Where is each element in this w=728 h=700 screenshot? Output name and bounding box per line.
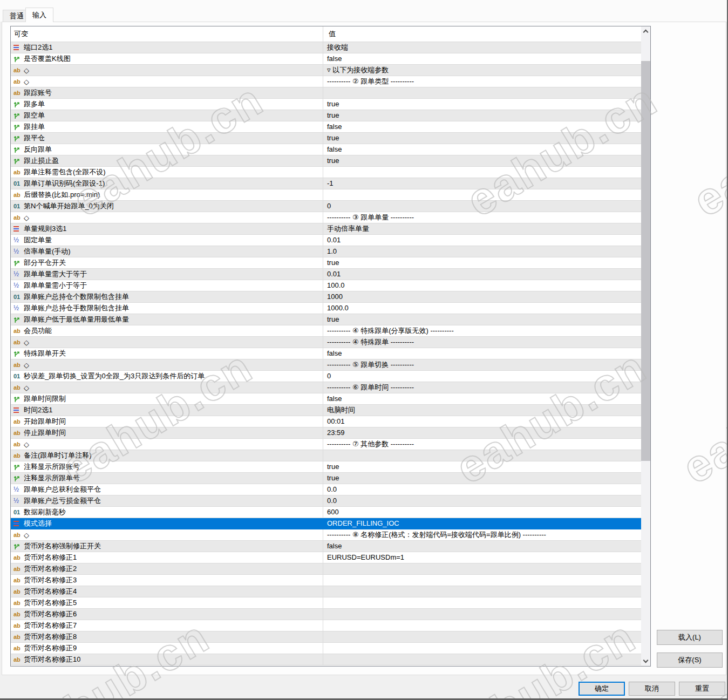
parameter-row[interactable]: 时间2选1 电脑时间 [11, 405, 641, 416]
parameter-row[interactable]: 01 秒误差_跟单切换_设置为0全跟_为3只跟达到条件后的订单 0 [11, 371, 641, 382]
parameter-row[interactable]: ab 货币对名称修正1 EURUSD=EURUSDm=1 [11, 552, 641, 563]
parameter-value[interactable]: 1000 [323, 291, 641, 302]
parameter-row[interactable]: ab 会员功能 ---------- ④ 特殊跟单(分享版无效) -------… [11, 325, 641, 337]
parameter-row[interactable]: 货币对名称强制修正开关 false [11, 541, 641, 552]
parameter-row[interactable]: 01 第N个喊单开始跟单_0为关闭 0 [11, 201, 641, 212]
parameter-value[interactable]: 1.0 [323, 246, 641, 257]
parameter-value[interactable]: ---------- ② 跟单类型 ---------- [323, 76, 641, 87]
parameter-value[interactable]: true [323, 155, 641, 166]
parameter-value[interactable] [323, 450, 641, 461]
parameter-row[interactable]: 跟止损止盈 true [11, 155, 641, 167]
parameter-row[interactable]: 跟挂单 false [11, 121, 641, 133]
parameter-row-selected[interactable]: 模式选择 ORDER_FILLING_IOC [11, 518, 641, 529]
parameter-row[interactable]: 部分平仓开关 true [11, 257, 641, 269]
parameter-value[interactable]: 100.0 [323, 280, 641, 291]
parameter-row[interactable]: ½ 固定单量 0.01 [11, 235, 641, 246]
parameter-value[interactable] [323, 643, 641, 654]
parameter-row[interactable]: ab 货币对名称修正10 [11, 654, 641, 665]
parameter-row[interactable]: ab ◇ ---------- ② 跟单类型 ---------- [11, 76, 641, 87]
parameter-value[interactable]: 600 [323, 507, 641, 518]
parameter-value[interactable] [323, 597, 641, 608]
parameter-row[interactable]: ab 跟单注释需包含(全跟不设) [11, 167, 641, 178]
parameter-row[interactable]: ½ 跟单账户总持仓手数限制包含挂单 1000.0 [11, 303, 641, 314]
parameter-value[interactable] [323, 586, 641, 597]
parameter-row[interactable]: ab 货币对名称修正5 [11, 597, 641, 609]
parameter-value[interactable]: ---------- ④ 特殊跟单 ---------- [323, 337, 641, 348]
scrollbar-thumb[interactable] [641, 61, 650, 461]
scroll-up-button[interactable] [641, 26, 650, 36]
parameter-row[interactable]: ½ 跟单账户总获利金额平仓 0.0 [11, 484, 641, 495]
vertical-scrollbar[interactable] [641, 26, 650, 666]
scroll-down-button[interactable] [641, 657, 650, 666]
parameter-row[interactable]: 单量规则3选1 手动倍率单量 [11, 223, 641, 235]
ok-button[interactable]: 确定 [579, 682, 625, 696]
parameter-row[interactable]: ½ 跟单账户总亏损金额平仓 0.0 [11, 495, 641, 507]
parameter-value[interactable] [323, 609, 641, 620]
parameter-value[interactable]: 0.0 [323, 495, 641, 506]
parameter-value[interactable]: true [323, 461, 641, 472]
parameter-row[interactable]: ab ◇ ▿ 以下为接收端参数 [11, 65, 641, 76]
load-button[interactable]: 载入(L) [657, 630, 723, 645]
parameter-value[interactable]: 电脑时间 [323, 405, 641, 416]
parameter-value[interactable]: false [323, 541, 641, 552]
parameter-row[interactable]: ab 跟踪账号 [11, 87, 641, 99]
parameter-value[interactable]: 23:59 [323, 427, 641, 438]
parameter-row[interactable]: 跟多单 true [11, 99, 641, 110]
parameter-row[interactable]: ab 货币对名称修正2 [11, 563, 641, 575]
parameter-row[interactable]: ab 备注(跟单时订单注释) [11, 450, 641, 461]
parameter-row[interactable]: 01 数据刷新毫秒 600 [11, 507, 641, 518]
parameter-row[interactable]: ab 货币对名称修正6 [11, 609, 641, 620]
parameter-row[interactable]: ½ 跟单单量需大于等于 0.01 [11, 269, 641, 280]
parameter-value[interactable]: 0.0 [323, 484, 641, 495]
parameter-value[interactable]: -1 [323, 178, 641, 189]
parameter-row[interactable]: ab ◇ ---------- ③ 跟单单量 ---------- [11, 212, 641, 223]
parameter-row[interactable]: 跟平仓 true [11, 133, 641, 144]
parameter-value[interactable]: true [323, 133, 641, 144]
parameter-value[interactable]: 手动倍率单量 [323, 223, 641, 234]
parameter-value[interactable]: 1000.0 [323, 303, 641, 314]
parameter-value[interactable]: ---------- ④ 特殊跟单(分享版无效) ---------- [323, 325, 641, 336]
parameter-value[interactable]: ORDER_FILLING_IOC [323, 518, 641, 529]
parameter-row[interactable]: ab ◇ ---------- ⑥ 跟单时间 ---------- [11, 382, 641, 393]
parameter-value[interactable]: 0.01 [323, 235, 641, 246]
parameter-row[interactable]: 反向跟单 false [11, 144, 641, 155]
parameter-value[interactable]: ---------- ③ 跟单单量 ---------- [323, 212, 641, 223]
parameter-row[interactable]: 01 跟单账户总持仓个数限制包含挂单 1000 [11, 291, 641, 303]
parameter-value[interactable]: false [323, 348, 641, 359]
parameter-value[interactable]: ▿ 以下为接收端参数 [323, 65, 641, 76]
parameter-row[interactable]: ab 后缀替换(比如.pro=.min) [11, 189, 641, 201]
parameter-value[interactable]: 0 [323, 371, 641, 382]
parameter-value[interactable]: ---------- ⑥ 跟单时间 ---------- [323, 382, 641, 393]
parameter-value[interactable] [323, 631, 641, 642]
parameter-row[interactable]: 注释显示所跟单号 true [11, 473, 641, 484]
tab-inputs[interactable]: 输入 [25, 8, 53, 22]
parameter-value[interactable]: ---------- ⑤ 跟单切换 ---------- [323, 359, 641, 370]
parameter-row[interactable]: ab 货币对名称修正3 [11, 575, 641, 586]
parameter-value[interactable]: 接收端 [323, 42, 641, 53]
parameter-row[interactable]: ab 开始跟单时间 00:01 [11, 416, 641, 427]
column-header-variable[interactable]: 可变 [11, 26, 323, 42]
cancel-button[interactable]: 取消 [629, 682, 675, 696]
parameter-row[interactable]: 跟单时间限制 false [11, 393, 641, 405]
parameter-value[interactable]: false [323, 53, 641, 64]
parameter-row[interactable]: 01 跟单订单识别码(全跟设-1) -1 [11, 178, 641, 189]
parameter-value[interactable]: false [323, 393, 641, 404]
parameter-row[interactable]: 是否覆盖K线图 false [11, 53, 641, 65]
parameter-value[interactable] [323, 575, 641, 586]
parameter-row[interactable]: 跟空单 true [11, 110, 641, 121]
parameter-value[interactable] [323, 620, 641, 631]
parameter-value[interactable]: true [323, 110, 641, 121]
parameter-value[interactable] [323, 87, 641, 98]
parameter-value[interactable]: 00:01 [323, 416, 641, 427]
reset-button[interactable]: 重置 [679, 682, 725, 696]
parameter-value[interactable]: ---------- ⑦ 其他参数 ---------- [323, 439, 641, 450]
parameter-row[interactable]: 端口2选1 接收端 [11, 42, 641, 53]
parameter-row[interactable]: 注释显示所跟账号 true [11, 461, 641, 473]
parameter-row[interactable]: ab 停止跟单时间 23:59 [11, 427, 641, 439]
parameter-value[interactable]: EURUSD=EURUSDm=1 [323, 552, 641, 563]
parameter-value[interactable] [323, 654, 641, 665]
parameter-value[interactable]: true [323, 314, 641, 325]
parameter-row[interactable]: ab ◇ ---------- ⑦ 其他参数 ---------- [11, 439, 641, 450]
parameter-value[interactable]: ---------- ⑧ 名称修正(格式：发射端代码=接收端代码=跟单比例) -… [323, 529, 641, 540]
parameter-value[interactable]: 0 [323, 201, 641, 212]
